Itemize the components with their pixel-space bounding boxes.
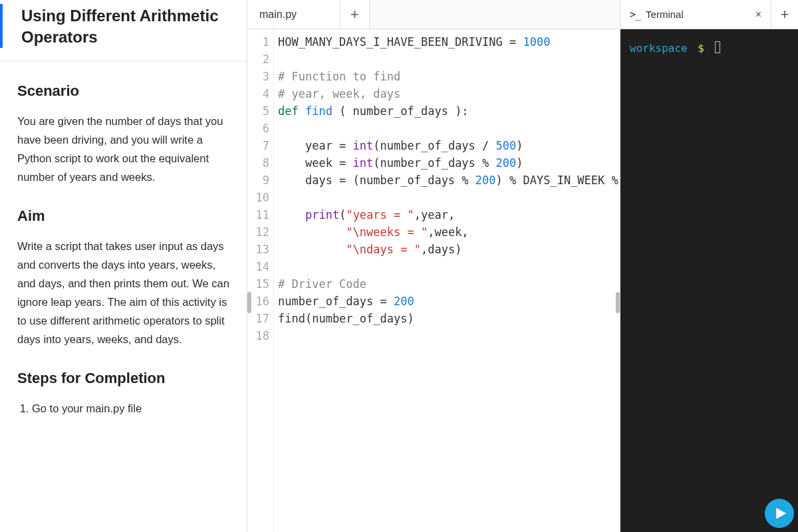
line-number: 1 — [247, 33, 269, 51]
code-line[interactable] — [278, 120, 616, 137]
code-line[interactable]: find(number_of_days) — [278, 310, 616, 327]
code-area[interactable]: HOW_MANY_DAYS_I_HAVE_BEEN_DRIVING = 1000… — [274, 29, 620, 532]
code-line[interactable]: # year, week, days — [278, 85, 616, 102]
line-number: 3 — [247, 68, 269, 85]
play-icon — [774, 507, 787, 520]
terminal-cursor — [715, 41, 720, 53]
line-number: 4 — [247, 85, 269, 102]
editor-tabbar: main.py + — [247, 0, 620, 29]
section-heading-steps: Steps for Completion — [17, 370, 229, 387]
line-number-gutter: 123456789101112131415161718 — [247, 29, 274, 532]
run-button[interactable] — [765, 499, 794, 528]
line-number: 5 — [247, 102, 269, 120]
terminal-body[interactable]: workspace $ — [620, 29, 798, 532]
code-line[interactable]: # Driver Code — [278, 275, 616, 293]
code-line[interactable]: year = int(number_of_days / 500) — [278, 137, 616, 154]
line-number: 11 — [247, 206, 269, 223]
close-icon[interactable]: × — [755, 9, 761, 21]
page-title: Using Different Arithmetic Operators — [17, 5, 229, 49]
code-line[interactable]: "\nweeks = ",week, — [278, 223, 616, 241]
line-number: 7 — [247, 137, 269, 154]
terminal-tab-label: Terminal — [646, 9, 684, 20]
code-line[interactable]: HOW_MANY_DAYS_I_HAVE_BEEN_DRIVING = 1000 — [278, 33, 616, 51]
step-item: Go to your main.py file — [32, 399, 229, 418]
terminal-tab[interactable]: >_ Terminal × — [620, 0, 771, 29]
terminal-tabbar: >_ Terminal × + — [620, 0, 798, 29]
terminal-panel: >_ Terminal × + workspace $ — [620, 0, 798, 532]
line-number: 12 — [247, 223, 269, 241]
code-line[interactable]: "\ndays = ",days) — [278, 241, 616, 258]
divider — [0, 61, 247, 61]
line-number: 8 — [247, 154, 269, 172]
scrollbar-thumb[interactable] — [616, 292, 620, 313]
terminal-tab-add[interactable]: + — [771, 0, 798, 29]
editor-tab-main[interactable]: main.py — [247, 0, 340, 29]
section-heading-aim: Aim — [17, 207, 229, 225]
plus-icon: + — [350, 6, 359, 23]
code-line[interactable] — [278, 258, 616, 275]
instructions-panel: Using Different Arithmetic Operators Sce… — [0, 0, 247, 532]
code-line[interactable]: number_of_days = 200 — [278, 293, 616, 310]
terminal-prompt-dir: workspace — [630, 42, 688, 55]
editor-panel: main.py + 123456789101112131415161718 HO… — [247, 0, 620, 532]
line-number: 14 — [247, 258, 269, 275]
terminal-prompt-symbol: $ — [698, 42, 704, 55]
editor-tab-label: main.py — [259, 9, 297, 21]
code-line[interactable]: print("years = ",year, — [278, 206, 616, 223]
code-line[interactable]: # Function to find — [278, 68, 616, 85]
scrollbar-thumb[interactable] — [247, 292, 251, 313]
code-line[interactable]: days = (number_of_days % 200) % DAYS_IN_… — [278, 172, 616, 189]
line-number: 13 — [247, 241, 269, 258]
section-body-scenario: You are given the number of days that yo… — [17, 112, 229, 186]
line-number: 2 — [247, 51, 269, 68]
code-line[interactable]: def find ( number_of_days ): — [278, 102, 616, 120]
code-line[interactable] — [278, 189, 616, 206]
line-number: 15 — [247, 275, 269, 293]
section-body-aim: Write a script that takes user input as … — [17, 237, 229, 348]
section-heading-scenario: Scenario — [17, 82, 229, 100]
editor-tab-add[interactable]: + — [340, 0, 370, 29]
plus-icon: + — [781, 6, 789, 23]
code-line[interactable] — [278, 327, 616, 344]
steps-list: Go to your main.py file — [17, 399, 229, 418]
line-number: 9 — [247, 172, 269, 189]
line-number: 10 — [247, 189, 269, 206]
line-number: 18 — [247, 327, 269, 344]
terminal-icon: >_ — [630, 9, 640, 21]
code-line[interactable] — [278, 51, 616, 68]
code-line[interactable]: week = int(number_of_days % 200) — [278, 154, 616, 172]
line-number: 6 — [247, 120, 269, 137]
code-editor[interactable]: 123456789101112131415161718 HOW_MANY_DAY… — [247, 29, 620, 532]
